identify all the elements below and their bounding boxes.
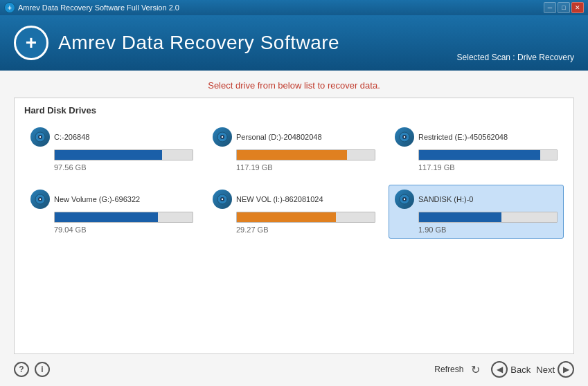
drive-size-drive-e: 117.19 GB <box>418 163 558 172</box>
drives-section-title: Hard Disk Drives <box>24 105 564 116</box>
drive-bar-drive-c <box>55 150 162 160</box>
drive-bar-container-drive-d <box>236 149 375 160</box>
back-label: Back <box>510 365 531 375</box>
app-title: Amrev Data Recovery Software <box>58 32 339 54</box>
next-icon: ▶ <box>558 361 574 378</box>
drive-name-drive-h: SANDISK (H:)-0 <box>418 195 473 203</box>
logo-symbol: + <box>26 33 37 53</box>
main-content: Select drive from below list to recover … <box>0 71 588 386</box>
svg-point-2 <box>39 136 41 138</box>
drive-header-drive-c: C:-206848 <box>30 127 193 147</box>
drive-disk-icon-drive-g <box>30 190 50 209</box>
drive-disk-icon-drive-d <box>213 127 232 147</box>
nav-buttons: ◀ Back Next ▶ <box>491 361 574 378</box>
drive-size-drive-h: 1.90 GB <box>418 226 558 234</box>
drive-header-drive-e: Restricted (E:)-450562048 <box>395 127 558 147</box>
app-icon: + <box>4 2 15 13</box>
drive-bar-container-drive-e <box>418 149 558 160</box>
scan-info-label: Selected Scan : Drive Recovery <box>457 53 574 62</box>
drives-grid: C:-20684897.56 GB Personal (D:)-20480204… <box>24 122 564 239</box>
drives-section: Hard Disk Drives C:-20684897.56 GB Perso… <box>14 98 574 354</box>
drive-disk-icon-drive-c <box>30 127 50 147</box>
next-button[interactable]: Next ▶ <box>536 361 574 378</box>
bottom-bar: ? i Refresh ↻ ◀ Back Next ▶ <box>14 360 574 379</box>
svg-point-14 <box>222 199 223 200</box>
drive-bar-drive-h <box>419 212 501 222</box>
refresh-button[interactable]: Refresh ↻ <box>434 362 483 377</box>
drive-disk-icon-drive-e <box>395 127 414 147</box>
drive-bar-drive-e <box>419 150 540 160</box>
drive-size-drive-g: 79.04 GB <box>54 226 193 234</box>
minimize-button[interactable]: ─ <box>544 2 556 13</box>
app-header: + Amrev Data Recovery Software Selected … <box>0 15 588 71</box>
subtitle-text: Select drive from below list to recover … <box>14 80 574 91</box>
drive-bar-container-drive-c <box>54 149 193 160</box>
drive-size-drive-c: 97.56 GB <box>54 163 193 172</box>
drive-name-drive-g: New Volume (G:)-696322 <box>54 195 140 203</box>
drive-name-drive-e: Restricted (E:)-450562048 <box>418 133 508 141</box>
drive-item-drive-d[interactable]: Personal (D:)-204802048117.19 GB <box>206 122 382 176</box>
drive-bar-container-drive-g <box>54 212 193 223</box>
refresh-label: Refresh <box>434 365 463 374</box>
drive-bar-container-drive-h <box>418 212 558 223</box>
back-button[interactable]: ◀ Back <box>491 361 531 378</box>
help-button[interactable]: ? <box>14 362 29 377</box>
drive-item-drive-c[interactable]: C:-20684897.56 GB <box>24 122 199 176</box>
close-button[interactable]: ✕ <box>571 2 584 13</box>
title-bar: + Amrev Data Recovery Software Full Vers… <box>0 0 588 15</box>
window-controls: ─ □ ✕ <box>544 2 584 13</box>
refresh-icon: ↻ <box>467 362 483 377</box>
drive-bar-drive-i <box>237 212 336 222</box>
drive-bar-container-drive-i <box>236 212 375 223</box>
drive-item-drive-i[interactable]: NEW VOL (I:)-86208102429.27 GB <box>206 185 382 239</box>
drive-name-drive-d: Personal (D:)-204802048 <box>236 133 322 141</box>
drive-item-drive-h[interactable]: SANDISK (H:)-01.90 GB <box>389 185 564 239</box>
next-label: Next <box>536 365 555 375</box>
app-logo: + <box>14 26 48 60</box>
drive-header-drive-g: New Volume (G:)-696322 <box>30 190 193 209</box>
back-icon: ◀ <box>491 361 508 378</box>
drive-size-drive-d: 117.19 GB <box>236 163 375 172</box>
svg-point-11 <box>39 199 41 200</box>
drive-header-drive-d: Personal (D:)-204802048 <box>213 127 375 147</box>
info-button[interactable]: i <box>35 362 50 377</box>
drive-header-drive-i: NEW VOL (I:)-862081024 <box>213 190 375 209</box>
svg-point-8 <box>404 136 405 138</box>
svg-point-17 <box>404 199 405 200</box>
drive-bar-drive-d <box>237 150 347 160</box>
drive-disk-icon-drive-h <box>395 190 414 209</box>
bottom-right-controls: Refresh ↻ ◀ Back Next ▶ <box>434 361 574 378</box>
drive-bar-drive-g <box>55 212 158 222</box>
drive-item-drive-g[interactable]: New Volume (G:)-69632279.04 GB <box>24 185 199 239</box>
drive-item-drive-e[interactable]: Restricted (E:)-450562048117.19 GB <box>389 122 564 176</box>
drive-name-drive-i: NEW VOL (I:)-862081024 <box>236 195 323 203</box>
drive-disk-icon-drive-i <box>213 190 232 209</box>
drive-header-drive-h: SANDISK (H:)-0 <box>395 190 558 209</box>
drive-name-drive-c: C:-206848 <box>54 133 89 141</box>
drive-size-drive-i: 29.27 GB <box>236 226 375 234</box>
svg-point-5 <box>222 136 223 138</box>
maximize-button[interactable]: □ <box>558 2 570 13</box>
title-bar-text: Amrev Data Recovery Software Full Versio… <box>18 3 541 12</box>
help-buttons: ? i <box>14 362 50 377</box>
